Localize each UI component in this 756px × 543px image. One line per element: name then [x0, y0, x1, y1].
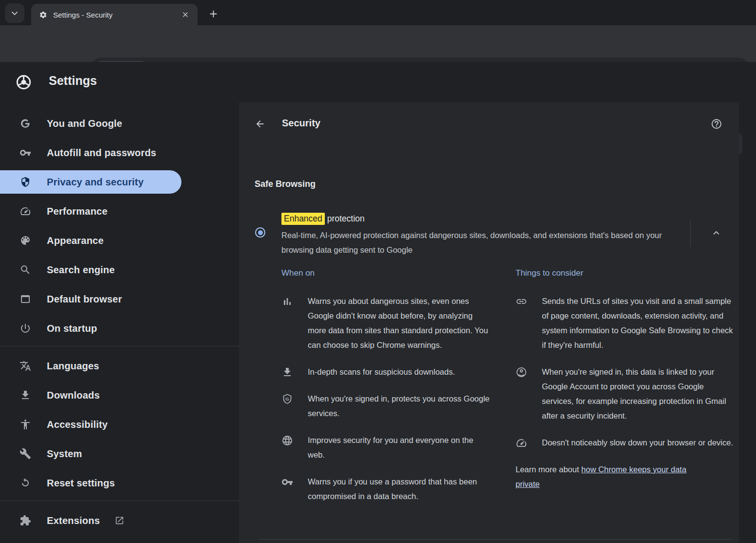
key-icon — [20, 147, 31, 159]
shield-icon — [20, 176, 31, 188]
things-to-consider-header: Things to consider — [516, 267, 734, 279]
page-back-button[interactable] — [251, 115, 269, 133]
page-title: Security — [282, 118, 320, 129]
list-item: In-depth scans for suspicious downloads. — [281, 364, 500, 379]
palette-icon — [20, 235, 31, 246]
protection-details: When on Warns you about dangerous sites,… — [281, 267, 734, 516]
help-circle-icon — [711, 118, 722, 130]
sidebar-item-default-browser[interactable]: Default browser — [0, 287, 239, 311]
sidebar-item-system[interactable]: System — [0, 442, 239, 465]
reset-icon — [20, 477, 31, 489]
sidebar-item-search-engine[interactable]: Search engine — [0, 258, 239, 282]
sidebar-item-languages[interactable]: Languages — [0, 354, 239, 378]
list-item: Doesn't noticeably slow down your browse… — [516, 435, 734, 450]
option-title: Enhanced protection — [281, 211, 691, 226]
things-to-consider-column: Things to consider Sends the URLs of sit… — [516, 267, 734, 516]
close-icon — [181, 11, 189, 19]
power-icon — [20, 322, 31, 334]
enhanced-protection-radio[interactable] — [255, 227, 265, 238]
google-shield-icon — [281, 393, 293, 405]
tab-strip: Settings - Security — [0, 0, 756, 25]
settings-header: Settings — [0, 62, 756, 102]
puzzle-icon — [20, 515, 31, 526]
gear-icon — [39, 11, 47, 19]
list-item: Warns you if you use a password that has… — [281, 474, 500, 503]
bar-chart-icon — [281, 296, 293, 307]
settings-sidebar: You and Google Autofill and passwords Pr… — [0, 102, 239, 543]
security-settings-page: Security Safe Browsing Enhanced protecti… — [239, 102, 739, 543]
speedometer-icon — [516, 437, 527, 449]
search-highlight: Enhanced — [281, 213, 325, 225]
sidebar-item-autofill-and-passwords[interactable]: Autofill and passwords — [0, 141, 239, 164]
plus-icon — [208, 9, 219, 19]
back-arrow-icon — [255, 119, 265, 129]
option-description: Real-time, AI-powered protection against… — [281, 228, 667, 257]
sidebar-item-downloads[interactable]: Downloads — [0, 383, 239, 407]
tab-close-button[interactable] — [179, 8, 192, 21]
new-tab-button[interactable] — [205, 5, 221, 22]
sidebar-item-reset-settings[interactable]: Reset settings — [0, 471, 239, 495]
list-item: Sends the URLs of sites you visit and a … — [516, 294, 734, 352]
accessibility-icon — [20, 419, 31, 430]
enhanced-protection-option[interactable]: Enhanced protection Real-time, AI-powere… — [281, 211, 691, 257]
search-icon — [20, 264, 31, 276]
chevron-up-icon — [711, 228, 721, 238]
section-divider — [259, 539, 732, 540]
key-icon — [281, 476, 293, 488]
download-icon — [281, 366, 293, 378]
speedometer-icon — [20, 205, 31, 217]
section-title: Safe Browsing — [255, 179, 316, 189]
google-g-icon — [20, 118, 31, 129]
globe-icon — [281, 435, 293, 446]
list-item: When you're signed in, protects you acro… — [281, 391, 500, 421]
settings-title: Settings — [49, 74, 97, 88]
option-title-rest: protection — [325, 214, 365, 223]
chevron-down-icon — [10, 8, 20, 18]
active-tab[interactable]: Settings - Security — [31, 4, 198, 25]
link-icon — [516, 296, 527, 307]
translate-icon — [20, 360, 31, 372]
sidebar-item-privacy-and-security[interactable]: Privacy and security — [0, 170, 181, 194]
sidebar-item-performance[interactable]: Performance — [0, 200, 239, 223]
wrench-icon — [20, 448, 31, 460]
tab-search-button[interactable] — [5, 3, 24, 23]
account-circle-icon — [516, 366, 527, 378]
sidebar-item-extensions[interactable]: Extensions — [0, 509, 239, 532]
sidebar-item-appearance[interactable]: Appearance — [0, 229, 239, 252]
sidebar-divider — [0, 501, 239, 501]
sidebar-item-you-and-google[interactable]: You and Google — [0, 112, 239, 135]
collapse-button[interactable] — [703, 220, 729, 245]
browser-window-icon — [20, 293, 31, 305]
learn-more-text: Learn more about how Chrome keeps your d… — [516, 462, 711, 491]
download-icon — [20, 389, 31, 401]
when-on-column: When on Warns you about dangerous sites,… — [281, 267, 500, 516]
tab-title: Settings - Security — [53, 11, 179, 19]
list-item: When you're signed in, this data is link… — [516, 364, 734, 423]
sidebar-divider — [0, 346, 239, 346]
help-button[interactable] — [707, 115, 726, 133]
open-in-new-icon — [115, 516, 124, 525]
chrome-window: Settings - Security Chrome chrome://sett… — [0, 0, 756, 543]
list-item: Improves security for you and everyone o… — [281, 433, 500, 462]
when-on-header: When on — [281, 267, 500, 279]
browser-toolbar: Chrome chrome://settings/security?search… — [0, 25, 756, 62]
sidebar-item-accessibility[interactable]: Accessibility — [0, 413, 239, 436]
chrome-logo-icon — [15, 74, 32, 91]
sidebar-item-on-startup[interactable]: On startup — [0, 317, 239, 340]
row-separator — [690, 220, 691, 247]
list-item: Warns you about dangerous sites, even on… — [281, 294, 500, 352]
